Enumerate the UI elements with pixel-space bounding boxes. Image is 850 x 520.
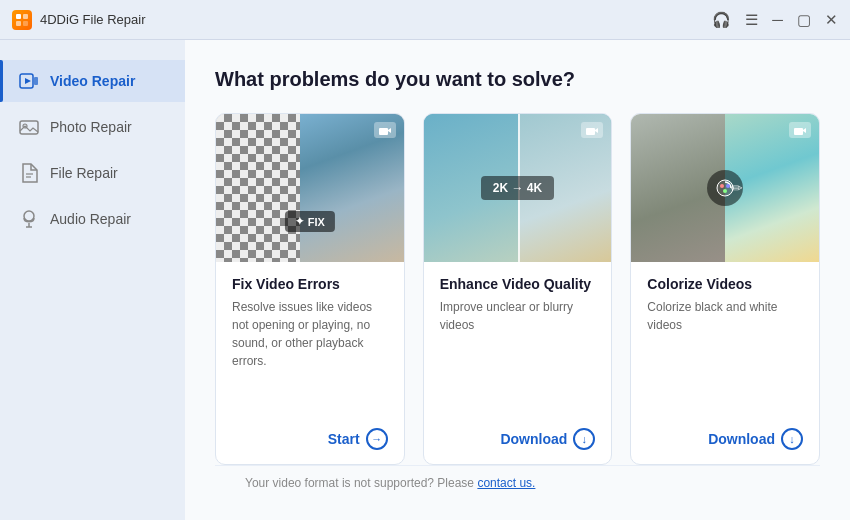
svg-marker-17 bbox=[595, 128, 598, 133]
contact-us-link[interactable]: contact us. bbox=[477, 476, 535, 490]
svg-rect-1 bbox=[23, 14, 28, 19]
card-action-enhance: Download ↓ bbox=[440, 428, 596, 450]
download-button-colorize[interactable]: Download ↓ bbox=[708, 428, 803, 450]
sidebar-item-photo-repair[interactable]: Photo Repair bbox=[0, 106, 185, 148]
card-fix-video-errors: ✦FIX Fix Video Errors Resolve issues lik… bbox=[215, 113, 405, 465]
svg-rect-6 bbox=[34, 77, 38, 85]
start-button[interactable]: Start → bbox=[328, 428, 388, 450]
card-desc-enhance: Improve unclear or blurry videos bbox=[440, 298, 596, 416]
footer-text: Your video format is not supported? Plea… bbox=[245, 476, 477, 490]
titlebar-controls: 🎧 ☰ ─ ▢ ✕ bbox=[712, 12, 838, 27]
svg-point-11 bbox=[24, 211, 34, 221]
card-body-fix: Fix Video Errors Resolve issues like vid… bbox=[216, 262, 404, 464]
svg-rect-22 bbox=[794, 128, 803, 135]
card-image-enhance: 2K → 4K bbox=[424, 114, 612, 262]
card-title-enhance: Enhance Video Quality bbox=[440, 276, 596, 292]
titlebar: 4DDiG File Repair 🎧 ☰ ─ ▢ ✕ bbox=[0, 0, 850, 40]
svg-marker-5 bbox=[25, 78, 31, 84]
card-body-colorize: Colorize Videos Colorize black and white… bbox=[631, 262, 819, 464]
camera-icon-enhance bbox=[581, 122, 603, 138]
page-title: What problems do you want to solve? bbox=[215, 68, 820, 91]
download-label-colorize: Download bbox=[708, 431, 775, 447]
svg-marker-15 bbox=[388, 128, 391, 133]
app-icon bbox=[12, 10, 32, 30]
camera-icon-colorize bbox=[789, 122, 811, 138]
svg-rect-2 bbox=[16, 21, 21, 26]
file-repair-label: File Repair bbox=[50, 165, 118, 181]
svg-marker-23 bbox=[803, 128, 806, 133]
card-action-fix: Start → bbox=[232, 428, 388, 450]
titlebar-left: 4DDiG File Repair bbox=[12, 10, 145, 30]
enhance-badge: 2K → 4K bbox=[481, 176, 554, 200]
svg-rect-16 bbox=[586, 128, 595, 135]
footer: Your video format is not supported? Plea… bbox=[215, 465, 820, 500]
svg-rect-3 bbox=[23, 21, 28, 26]
photo-repair-label: Photo Repair bbox=[50, 119, 132, 135]
maximize-icon[interactable]: ▢ bbox=[797, 12, 811, 27]
sidebar-item-file-repair[interactable]: File Repair bbox=[0, 152, 185, 194]
svg-point-19 bbox=[720, 184, 724, 188]
photo-repair-icon bbox=[18, 116, 40, 138]
sidebar: Video Repair Photo Repair bbox=[0, 40, 185, 520]
download-button-enhance[interactable]: Download ↓ bbox=[500, 428, 595, 450]
card-image-colorize: ✏ bbox=[631, 114, 819, 262]
video-repair-icon bbox=[18, 70, 40, 92]
svg-point-21 bbox=[723, 189, 727, 193]
download-icon-enhance: ↓ bbox=[573, 428, 595, 450]
card-desc-fix: Resolve issues like videos not opening o… bbox=[232, 298, 388, 416]
download-label-enhance: Download bbox=[500, 431, 567, 447]
audio-repair-label: Audio Repair bbox=[50, 211, 131, 227]
content-area: What problems do you want to solve? ✦FIX bbox=[185, 40, 850, 520]
cards-grid: ✦FIX Fix Video Errors Resolve issues lik… bbox=[215, 113, 820, 465]
card-desc-colorize: Colorize black and white videos bbox=[647, 298, 803, 416]
camera-icon-fix bbox=[374, 122, 396, 138]
app-body: Video Repair Photo Repair bbox=[0, 40, 850, 520]
app-title: 4DDiG File Repair bbox=[40, 12, 145, 27]
audio-repair-icon bbox=[18, 208, 40, 230]
close-icon[interactable]: ✕ bbox=[825, 12, 838, 27]
card-image-fix: ✦FIX bbox=[216, 114, 404, 262]
download-icon-colorize: ↓ bbox=[781, 428, 803, 450]
sidebar-item-audio-repair[interactable]: Audio Repair bbox=[0, 198, 185, 240]
svg-rect-0 bbox=[16, 14, 21, 19]
video-repair-label: Video Repair bbox=[50, 73, 135, 89]
headphones-icon[interactable]: 🎧 bbox=[712, 12, 731, 27]
file-repair-icon bbox=[18, 162, 40, 184]
svg-point-20 bbox=[726, 184, 730, 188]
svg-rect-14 bbox=[379, 128, 388, 135]
minimize-icon[interactable]: ─ bbox=[772, 12, 783, 27]
start-label: Start bbox=[328, 431, 360, 447]
menu-icon[interactable]: ☰ bbox=[745, 12, 758, 27]
card-title-colorize: Colorize Videos bbox=[647, 276, 803, 292]
card-enhance-video-quality: 2K → 4K Enhance Video Quality Improve un… bbox=[423, 113, 613, 465]
card-title-fix: Fix Video Errors bbox=[232, 276, 388, 292]
fix-badge: ✦FIX bbox=[285, 211, 335, 232]
card-body-enhance: Enhance Video Quality Improve unclear or… bbox=[424, 262, 612, 464]
card-action-colorize: Download ↓ bbox=[647, 428, 803, 450]
sidebar-item-video-repair[interactable]: Video Repair bbox=[0, 60, 185, 102]
card-colorize-videos: ✏ Colorize Videos Colorize black and whi… bbox=[630, 113, 820, 465]
start-icon: → bbox=[366, 428, 388, 450]
